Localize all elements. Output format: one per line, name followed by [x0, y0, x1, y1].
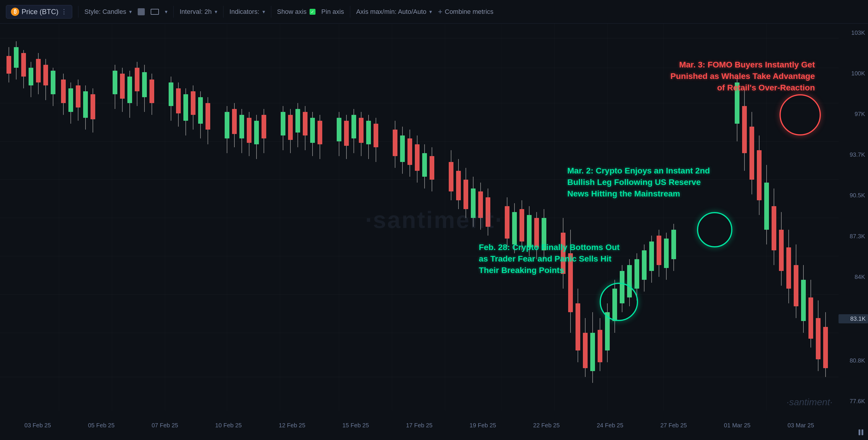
indicators-chevron: ▾: [262, 8, 265, 15]
annotation-green-2-text: Feb. 28: Crypto Finally Bottoms Out as T…: [479, 241, 626, 276]
pause-icon[interactable]: [857, 428, 865, 437]
svg-rect-182: [757, 150, 762, 200]
svg-rect-132: [505, 206, 509, 239]
metric-menu-button[interactable]: ⋮: [61, 8, 67, 15]
x-label-24feb: 24 Feb 25: [597, 422, 623, 429]
watermark-bottom: ·santiment·: [786, 397, 833, 408]
svg-rect-48: [113, 71, 117, 94]
svg-rect-126: [471, 189, 475, 218]
y-label-current: 83.1K: [838, 314, 868, 324]
show-axis-label: Show axis: [277, 8, 307, 15]
y-label-905k: 90.5K: [838, 192, 868, 199]
y-label-937k: 93.7K: [838, 151, 868, 158]
svg-rect-128: [478, 192, 483, 218]
svg-rect-68: [198, 97, 203, 124]
axis-maxmin-control[interactable]: Axis max/min: Auto/Auto ▾: [356, 8, 432, 15]
svg-rect-58: [150, 79, 154, 103]
svg-rect-74: [232, 109, 237, 134]
svg-rect-72: [225, 112, 229, 138]
svg-rect-92: [310, 118, 315, 143]
annotation-red-text: Mar. 3: FOMO Buyers Instantly Get Punish…: [662, 59, 815, 94]
svg-rect-124: [464, 180, 468, 209]
x-axis: 03 Feb 25 05 Feb 25 07 Feb 25 10 Feb 25 …: [0, 411, 838, 440]
indicators-label: Indicators:: [229, 8, 259, 15]
svg-rect-82: [261, 115, 266, 138]
svg-rect-188: [779, 230, 784, 271]
y-label-776k: 77.6K: [838, 398, 868, 405]
svg-rect-118: [430, 156, 434, 180]
style-control[interactable]: Style: Candles ▾: [84, 8, 132, 15]
svg-rect-66: [191, 91, 195, 115]
svg-rect-148: [576, 303, 580, 350]
svg-rect-152: [590, 333, 595, 371]
divider-2: [173, 6, 174, 18]
chart-container: ₿ Price (BTC) ⋮ Style: Candles ▾ ▾ Inter…: [0, 0, 868, 440]
x-label-15feb: 15 Feb 25: [342, 422, 369, 429]
svg-rect-196: [808, 298, 813, 339]
svg-rect-194: [801, 280, 806, 321]
toolbar: ₿ Price (BTC) ⋮ Style: Candles ▾ ▾ Inter…: [0, 0, 868, 24]
pause-bar-1: [859, 430, 860, 435]
pin-axis-label: Pin axis: [321, 8, 344, 15]
svg-rect-174: [671, 230, 676, 259]
metric-tag[interactable]: ₿ Price (BTC) ⋮: [6, 5, 72, 19]
annotation-circle-green-2: [600, 283, 638, 321]
svg-rect-116: [422, 153, 427, 177]
svg-rect-104: [366, 121, 371, 144]
candle-style-icon[interactable]: [151, 9, 159, 15]
svg-rect-130: [486, 197, 490, 227]
svg-rect-164: [634, 259, 639, 289]
svg-rect-34: [43, 65, 48, 86]
y-label-97k: 97K: [838, 111, 868, 117]
divider-1: [78, 6, 79, 18]
y-label-103k: 103K: [838, 29, 868, 36]
svg-rect-50: [120, 74, 125, 99]
x-label-10feb: 10 Feb 25: [215, 422, 242, 429]
svg-rect-98: [344, 121, 349, 146]
svg-rect-90: [303, 112, 308, 135]
btc-icon: ₿: [11, 8, 19, 16]
svg-rect-184: [764, 182, 769, 230]
svg-rect-166: [642, 250, 647, 280]
interval-control[interactable]: Interval: 2h ▾: [180, 8, 217, 15]
style-label: Style: Candles: [84, 8, 126, 15]
svg-rect-110: [400, 135, 405, 162]
style-chevron: ▾: [129, 8, 132, 15]
svg-rect-76: [239, 115, 244, 138]
annotation-circle-green-1: [697, 212, 733, 247]
y-label-808k: 80.8K: [838, 357, 868, 364]
svg-rect-122: [456, 171, 461, 200]
svg-rect-54: [135, 68, 140, 91]
color-swatch[interactable]: [138, 8, 145, 15]
show-axis-control[interactable]: Show axis ✓: [277, 8, 315, 15]
svg-rect-40: [68, 88, 73, 112]
indicators-control[interactable]: Indicators: ▾: [229, 8, 265, 15]
axis-maxmin-chevron: ▾: [429, 8, 432, 15]
svg-rect-56: [142, 72, 147, 97]
annotation-circle-red: [780, 94, 821, 135]
svg-rect-114: [415, 144, 420, 171]
svg-rect-186: [772, 206, 776, 250]
svg-rect-86: [288, 115, 293, 140]
svg-rect-42: [76, 86, 81, 107]
x-label-17feb: 17 Feb 25: [406, 422, 433, 429]
x-label-05feb: 05 Feb 25: [88, 422, 115, 429]
x-label-07feb: 07 Feb 25: [152, 422, 178, 429]
divider-4: [271, 6, 271, 18]
svg-rect-28: [21, 53, 26, 76]
svg-rect-36: [51, 71, 55, 94]
svg-rect-80: [254, 121, 259, 144]
divider-5: [350, 6, 350, 18]
svg-rect-32: [36, 59, 41, 82]
interval-label: Interval: 2h: [180, 8, 212, 15]
svg-rect-88: [296, 109, 300, 133]
svg-rect-120: [449, 162, 454, 192]
combine-metrics-button[interactable]: + Combine metrics: [438, 7, 493, 16]
pin-axis-control[interactable]: Pin axis: [321, 8, 344, 15]
combine-metrics-label: Combine metrics: [445, 8, 494, 15]
x-label-19feb: 19 Feb 25: [470, 422, 496, 429]
svg-rect-192: [794, 265, 799, 306]
show-axis-checkbox[interactable]: ✓: [310, 9, 315, 15]
x-label-27feb: 27 Feb 25: [660, 422, 687, 429]
svg-rect-108: [393, 130, 398, 156]
